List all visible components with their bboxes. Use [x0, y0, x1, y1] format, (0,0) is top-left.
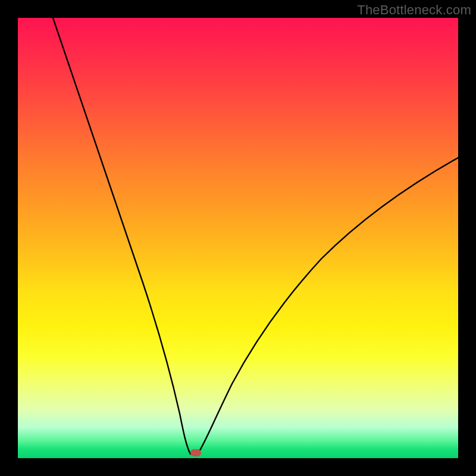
plot-area — [18, 18, 458, 458]
chart-frame: TheBottleneck.com — [0, 0, 476, 476]
min-point-marker — [190, 449, 201, 456]
bottleneck-curve — [18, 18, 458, 458]
watermark-text: TheBottleneck.com — [357, 2, 471, 18]
curve-path — [53, 18, 458, 454]
